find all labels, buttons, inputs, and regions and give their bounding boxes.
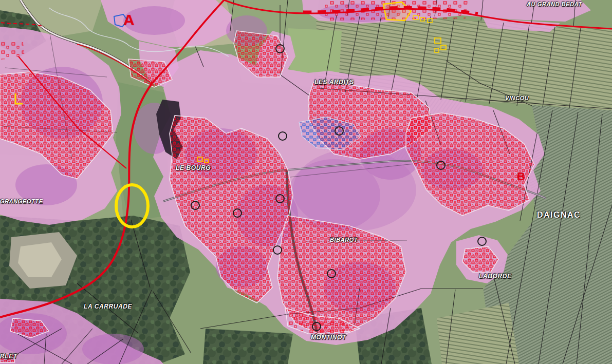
place-label-montinot: MONTINOT bbox=[311, 334, 346, 341]
commune-label-daignac: DAIGNAC bbox=[537, 210, 581, 220]
place-label-grangeotte: GRANGEOTTE bbox=[0, 198, 43, 204]
map-canvas[interactable]: AU GRAND BEDAT LES ARDITS VINCOU LE BOUR… bbox=[0, 0, 612, 364]
place-label-le-bourg: LE BOURG bbox=[176, 164, 211, 171]
place-label-la-carruade: LA CARRUADE bbox=[84, 303, 132, 310]
zone-letter-a: A bbox=[123, 12, 135, 28]
place-label-rlet: RLET bbox=[0, 353, 17, 360]
place-label-vincou: VINCOU bbox=[505, 95, 529, 101]
place-label-bibarot: BIBAROT bbox=[330, 237, 358, 243]
place-label-les-ardits: LES ARDITS bbox=[314, 79, 354, 86]
place-label-au-grand-bedat: AU GRAND BEDAT bbox=[527, 1, 582, 7]
zone-letter-b: B bbox=[517, 171, 525, 182]
place-label-laborde: LABORDE bbox=[479, 273, 512, 280]
